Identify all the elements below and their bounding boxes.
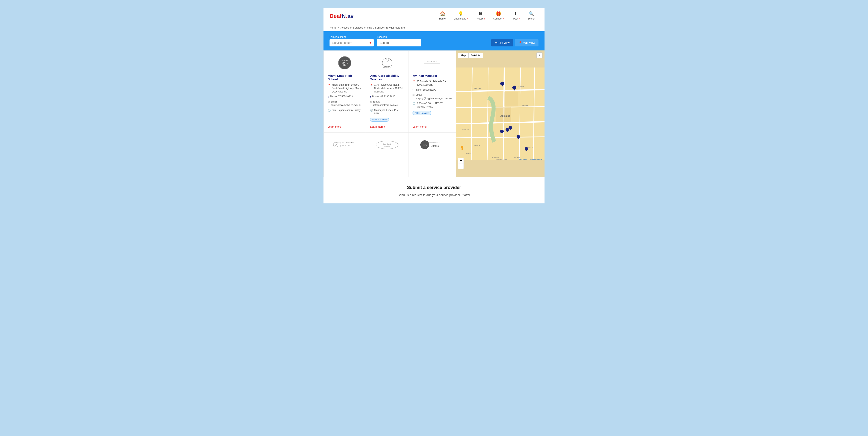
provider-address-text-miami: Miami State High School, Gold Coast High… <box>332 83 362 93</box>
service-feature-select[interactable]: Service Feature <box>330 39 374 47</box>
provider-phone-text-myplan: Phone: 1800861272 <box>414 88 436 92</box>
provider-hours-text-myplan: 8.30am–6.30pm AEDST Monday–Friday <box>416 102 452 109</box>
provider-logo-miami: MIAMISTATEHS <box>328 55 362 71</box>
svg-text:COMM: COMM <box>423 144 427 146</box>
svg-text:SIGNPEDIA: SIGNPEDIA <box>427 61 437 63</box>
suburb-input[interactable] <box>377 39 421 47</box>
provider-actions-miami: Learn more ▸ <box>328 123 362 128</box>
provider-logo-amalcare: AMALCARE DISABILITY SERVICES <box>370 55 404 71</box>
home-icon: 🏠 <box>440 11 445 17</box>
list-view-button[interactable]: ▤ List view <box>491 39 513 47</box>
hours-icon-amalcare: 🕐 <box>370 109 373 112</box>
header: DeafN.av 🏠 Home 💡 Understand 🖥 Access 🎁 … <box>323 8 545 24</box>
breadcrumb-home[interactable]: Home <box>330 26 337 29</box>
nav-label-about: About <box>512 17 520 20</box>
list-view-label: List view <box>499 41 509 45</box>
nav-item-search[interactable]: 🔍 Search <box>524 10 538 22</box>
location-icon-myplan: 📍 <box>412 80 415 83</box>
comm-extra-logo-img: COMM COMMUNICATION eXTra <box>419 139 445 151</box>
map-expand-button[interactable]: ⤢ <box>536 53 542 58</box>
provider-name-amalcare: Amal Care Disability Services <box>370 74 404 81</box>
provider-hours-text-amalcare: Monday to Friday 9AM – 5PM <box>374 109 404 115</box>
provider-hours-miami: 🕐 8am – 4pm Monday-Friday <box>328 109 362 112</box>
map-icon: 📍 <box>518 41 522 45</box>
provider-address-text-myplan: 25 Franklin St, Adelaide SA 5000, Austra… <box>416 80 452 87</box>
email-icon-miami: ✉ <box>328 100 330 104</box>
provider-name-miami: Miami State High School <box>328 74 362 81</box>
nav-item-about[interactable]: ℹ About <box>508 10 523 22</box>
provider-tags-amalcare: NDIS Services <box>370 117 404 122</box>
provider-address-myplan: 📍 25 Franklin St, Adelaide SA 5000, Aust… <box>412 80 452 87</box>
svg-text:Gilberton: Gilberton <box>518 85 524 87</box>
deafsports-aus-logo-img: Deaf Sports Australia <box>374 139 400 151</box>
map-container: Adelaide Hindmarsh Gilberton Hackney The… <box>456 51 545 177</box>
provider-actions-amalcare: Learn more ▸ <box>370 123 404 128</box>
svg-rect-54 <box>462 148 463 150</box>
location-icon-amalcare: 📍 <box>370 83 373 87</box>
map-view-label: Map view <box>523 41 535 45</box>
provider-logo-myplan: SIGNPEDIA <box>412 55 452 71</box>
map-svg: Adelaide Hindmarsh Gilberton Hackney The… <box>456 51 545 177</box>
location-icon-miami: 📍 <box>328 83 331 87</box>
map-type-buttons: Map Satellite <box>458 53 483 58</box>
nav-item-connect[interactable]: 🎁 Connect <box>490 10 507 22</box>
svg-text:Parkside: Parkside <box>515 157 520 158</box>
provider-address-text-amalcare: 3/70 Racecourse Road, North Melbourne VI… <box>374 83 404 93</box>
myplan-logo-img: SIGNPEDIA <box>422 57 442 68</box>
map-zoom-in-button[interactable]: + <box>458 157 464 163</box>
logo-nav: N.av <box>342 13 353 19</box>
miami-logo-img: MIAMISTATEHS <box>338 56 351 69</box>
learn-more-amalcare[interactable]: Learn more ▸ <box>370 125 385 128</box>
svg-text:Map data ©2021: Map data ©2021 <box>496 158 507 160</box>
map-type-satellite-button[interactable]: Satellite <box>469 53 483 58</box>
map-zoom-out-button[interactable]: − <box>458 163 464 169</box>
learn-more-myplan[interactable]: Learn more ▸ <box>412 125 428 128</box>
nav-item-home[interactable]: 🏠 Home <box>436 10 449 22</box>
breadcrumb-sep-2: ▶ <box>350 26 352 29</box>
breadcrumb-current: Find a Service Provider Near Me <box>367 26 405 29</box>
svg-line-8 <box>335 144 336 146</box>
provider-hours-text-miami: 8am – 4pm Monday-Friday <box>332 109 361 112</box>
provider-phone-text-amalcare: Phone: 03 9290 9806 <box>372 95 395 98</box>
provider-email-miami: ✉ Email: admin@miamishs.eq.edu.au <box>328 100 362 107</box>
svg-text:Ashford: Ashford <box>466 153 471 154</box>
svg-text:Adelaide: Adelaide <box>500 115 510 117</box>
provider-email-text-amalcare: Email: info@amalcare.com.au <box>373 100 404 107</box>
provider-hours-amalcare: 🕐 Monday to Friday 9AM – 5PM <box>370 109 404 115</box>
list-icon: ▤ <box>495 41 497 45</box>
hours-icon-miami: 🕐 <box>328 109 331 112</box>
provider-hours-myplan: 🕐 8.30am–6.30pm AEDST Monday–Friday <box>412 102 452 109</box>
provider-logo-comm-extra: COMM COMMUNICATION eXTra <box>412 137 452 153</box>
provider-card-deafsports-aus: Deaf Sports Australia <box>366 133 408 177</box>
map-zoom-controls: + − <box>458 157 464 169</box>
map-type-map-button[interactable]: Map <box>458 53 469 58</box>
map-view-button[interactable]: 📍 Map view <box>515 39 538 47</box>
svg-text:Thebarton: Thebarton <box>462 129 469 130</box>
site-logo[interactable]: DeafN.av <box>330 13 353 19</box>
provider-phone-miami: ℹ Phone: 07 5554 0333 <box>328 95 362 98</box>
svg-text:Terms of Use: Terms of Use <box>518 158 527 160</box>
nav-item-access[interactable]: 🖥 Access <box>472 10 488 22</box>
svg-text:Mile End: Mile End <box>474 145 479 146</box>
provider-card-deafsports-qld: Deaf Sports & Recreation QUEENSLAND <box>323 133 366 177</box>
breadcrumb: Home ▶ Access ▶ Services ▶ Find a Servic… <box>323 24 545 31</box>
breadcrumb-services[interactable]: Services <box>353 26 363 29</box>
learn-more-miami[interactable]: Learn more ▸ <box>328 125 343 128</box>
email-icon-amalcare: ✉ <box>370 100 372 104</box>
svg-text:AMALCARE: AMALCARE <box>383 66 391 68</box>
breadcrumb-sep-3: ▶ <box>364 26 366 29</box>
understand-icon: 💡 <box>458 11 463 17</box>
svg-text:Forestville: Forestville <box>492 157 499 158</box>
tag-ndis-myplan: NDIS Services <box>412 111 431 115</box>
svg-text:COMMUNICATION: COMMUNICATION <box>429 142 439 143</box>
provider-card-myplan: SIGNPEDIA My Plan Manager 📍 25 Franklin … <box>408 51 456 133</box>
breadcrumb-access[interactable]: Access <box>341 26 349 29</box>
location-label: Location <box>377 35 421 38</box>
provider-actions-myplan: Learn more ▸ <box>412 123 452 128</box>
location-field: Location <box>377 35 421 47</box>
phone-icon-miami: ℹ <box>328 95 329 98</box>
provider-logo-deafsports-qld: Deaf Sports & Recreation QUEENSLAND <box>328 137 362 153</box>
nav-item-understand[interactable]: 💡 Understand <box>451 10 471 22</box>
connect-icon: 🎁 <box>496 11 501 17</box>
provider-address-amalcare: 📍 3/70 Racecourse Road, North Melbourne … <box>370 83 404 93</box>
